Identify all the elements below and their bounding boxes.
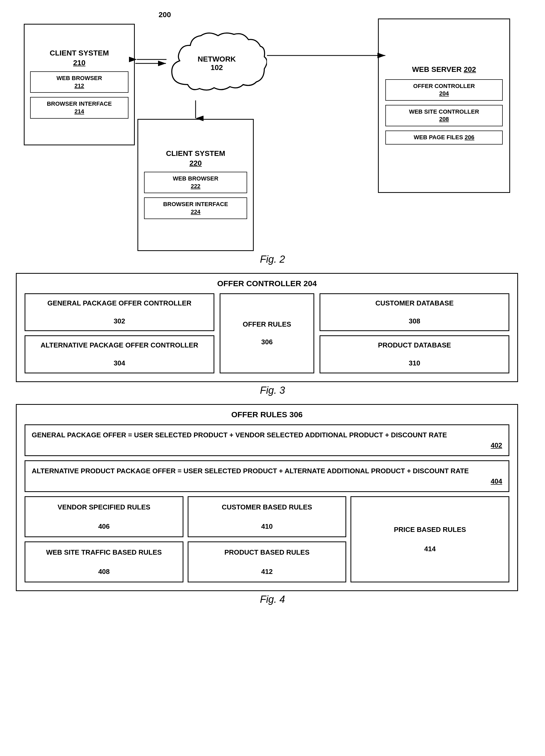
customer-rules-410-box: CUSTOMER BASED RULES 410: [188, 496, 347, 537]
product-db-310-box: PRODUCT DATABASE 310: [320, 335, 509, 373]
price-rules-414-box: PRICE BASED RULES 414: [350, 496, 509, 582]
web-browser-212-box: WEB BROWSER 212: [30, 71, 129, 93]
web-browser-222-box: WEB BROWSER 222: [144, 172, 247, 193]
fig3-right-col: CUSTOMER DATABASE 308 PRODUCT DATABASE 3…: [320, 293, 509, 373]
alt-pkg-controller-box: ALTERNATIVE PACKAGE OFFER CONTROLLER 304: [25, 335, 214, 373]
web-page-files-206-box: WEB PAGE FILES 206: [385, 131, 503, 145]
fig4-diagram: OFFER RULES 306 GENERAL PACKAGE OFFER = …: [16, 404, 518, 591]
fig3-label: Fig. 3: [16, 385, 529, 396]
network-label: NETWORK 102: [198, 55, 236, 72]
fig2-diagram: 200 CLIENT SYSTEM 210 WEB BROWSER 212 BR…: [16, 11, 518, 238]
browser-interface-214-box: BROWSER INTERFACE 214: [30, 97, 129, 118]
browser-interface-224-box: BROWSER INTERFACE 224: [144, 197, 247, 219]
general-offer-402-box: GENERAL PACKAGE OFFER = USER SELECTED PR…: [25, 424, 509, 456]
vendor-rules-406-box: VENDOR SPECIFIED RULES 406: [25, 496, 183, 537]
fig3-diagram: OFFER CONTROLLER 204 GENERAL PACKAGE OFF…: [16, 273, 518, 382]
web-server-202-label: WEB SERVER 202: [412, 65, 476, 74]
product-rules-412-box: PRODUCT BASED RULES 412: [188, 541, 347, 582]
fig2-ref-label: 200: [159, 11, 171, 19]
alt-offer-404-box: ALTERNATIVE PRODUCT PACKAGE OFFER = USER…: [25, 460, 509, 492]
fig4-title: OFFER RULES 306: [25, 410, 509, 419]
fig4-label: Fig. 4: [16, 594, 529, 605]
web-site-controller-208-box: WEB SITE CONTROLLER 208: [385, 105, 503, 126]
client-system-210-label: CLIENT SYSTEM 210: [50, 48, 109, 68]
general-pkg-controller-box: GENERAL PACKAGE OFFER CONTROLLER 302: [25, 293, 214, 331]
offer-rules-306-box: OFFER RULES 306: [220, 293, 315, 373]
web-traffic-rules-408-box: WEB SITE TRAFFIC BASED RULES 408: [25, 541, 183, 582]
client-system-210-box: CLIENT SYSTEM 210 WEB BROWSER 212 BROWSE…: [24, 24, 135, 145]
fig3-inner: GENERAL PACKAGE OFFER CONTROLLER 302 ALT…: [25, 293, 509, 373]
fig3-title: OFFER CONTROLLER 204: [25, 279, 509, 288]
fig3-center-col: OFFER RULES 306: [220, 293, 315, 373]
client-system-220-box: CLIENT SYSTEM 220 WEB BROWSER 222 BROWSE…: [137, 119, 254, 251]
fig4-rules-grid: VENDOR SPECIFIED RULES 406 CUSTOMER BASE…: [25, 496, 509, 582]
client-system-220-label: CLIENT SYSTEM 220: [166, 149, 225, 168]
fig2-label: Fig. 2: [16, 254, 529, 265]
web-server-202-box: WEB SERVER 202 OFFER CONTROLLER 204 WEB …: [378, 18, 510, 193]
fig3-left-col: GENERAL PACKAGE OFFER CONTROLLER 302 ALT…: [25, 293, 214, 373]
offer-controller-204-box: OFFER CONTROLLER 204: [385, 79, 503, 101]
network-cloud: NETWORK 102: [167, 26, 267, 100]
customer-db-308-box: CUSTOMER DATABASE 308: [320, 293, 509, 331]
